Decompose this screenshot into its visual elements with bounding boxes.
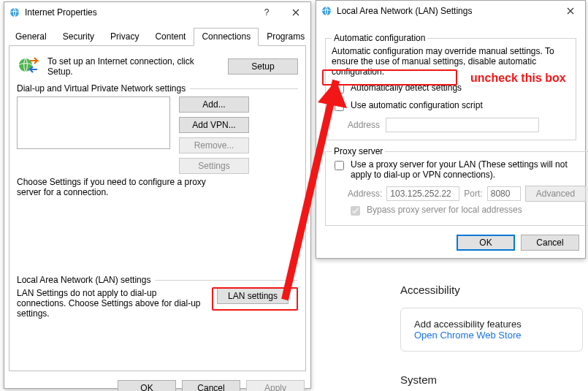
lan-title: Local Area Network (LAN) Settings xyxy=(337,6,556,16)
auto-detect-checkbox[interactable] xyxy=(335,84,344,94)
proxy-port-label: Port: xyxy=(464,189,482,199)
use-proxy-checkbox[interactable] xyxy=(335,161,344,170)
ip-apply-button: Apply xyxy=(246,380,305,391)
lan-close-button[interactable] xyxy=(556,1,585,21)
bypass-row: Bypass proxy server for local addresses xyxy=(348,205,586,218)
bg-accessibility-card[interactable]: Add accessibility features Open Chrome W… xyxy=(400,308,583,352)
ip-help-button[interactable]: ? xyxy=(252,2,281,23)
proxy-address-input xyxy=(386,186,459,201)
choose-settings-text: Choose Settings if you need to configure… xyxy=(17,177,207,197)
auto-config-group: Automatic configuration Automatic config… xyxy=(325,33,576,140)
use-proxy-row[interactable]: Use a proxy server for your LAN (These s… xyxy=(332,159,586,180)
tab-privacy[interactable]: Privacy xyxy=(102,28,147,46)
auto-config-text: Automatic configuration may override man… xyxy=(332,46,570,77)
auto-script-label: Use automatic configuration script xyxy=(351,100,483,110)
add-vpn-button[interactable]: Add VPN... xyxy=(179,117,249,133)
use-proxy-label: Use a proxy server for your LAN (These s… xyxy=(351,159,586,180)
ip-close-button[interactable] xyxy=(281,2,310,23)
bg-accessibility-heading: Accessibility xyxy=(400,284,583,296)
lan-settings-window: Local Area Network (LAN) Settings Automa… xyxy=(316,0,586,259)
connection-wizard-icon xyxy=(17,53,40,79)
dialup-listbox[interactable] xyxy=(17,96,170,149)
ip-title: Internet Properties xyxy=(25,7,252,18)
bypass-checkbox xyxy=(351,206,360,216)
connections-panel: To set up an Internet connection, click … xyxy=(9,45,306,371)
auto-detect-label: Automatically detect settings xyxy=(351,83,462,93)
ip-titlebar[interactable]: Internet Properties ? xyxy=(4,2,310,23)
proxy-port-input xyxy=(487,186,521,201)
ip-ok-button[interactable]: OK xyxy=(118,380,176,391)
proxy-legend: Proxy server xyxy=(332,146,385,156)
bg-system-heading: System xyxy=(400,373,583,386)
auto-detect-row[interactable]: Automatically detect settings xyxy=(332,83,570,96)
setup-text: To set up an Internet connection, click … xyxy=(47,56,221,77)
script-address-label: Address xyxy=(348,120,380,130)
proxy-group: Proxy server Use a proxy server for your… xyxy=(325,146,588,226)
ip-cancel-button[interactable]: Cancel xyxy=(182,380,240,391)
tab-general[interactable]: General xyxy=(7,28,55,46)
tab-security[interactable]: Security xyxy=(55,28,102,46)
dialup-group-label: Dial-up and Virtual Private Network sett… xyxy=(17,83,190,94)
bypass-label: Bypass proxy server for local addresses xyxy=(367,205,522,215)
add-button[interactable]: Add... xyxy=(179,96,249,113)
lan-titlebar[interactable]: Local Area Network (LAN) Settings xyxy=(316,1,585,21)
setup-button[interactable]: Setup xyxy=(228,58,298,75)
tab-programs[interactable]: Programs xyxy=(259,28,313,46)
bg-open-store-link[interactable]: Open Chrome Web Store xyxy=(414,330,521,341)
auto-script-row[interactable]: Use automatic configuration script xyxy=(332,100,570,113)
lan-help-text: LAN Settings do not apply to dial-up con… xyxy=(17,288,207,319)
tab-content[interactable]: Content xyxy=(147,28,194,46)
lan-cancel-button[interactable]: Cancel xyxy=(521,235,579,251)
svg-point-2 xyxy=(322,7,331,15)
proxy-advanced-button: Advanced xyxy=(525,186,586,202)
svg-point-0 xyxy=(10,8,19,17)
auto-script-checkbox[interactable] xyxy=(335,102,344,111)
script-address-input xyxy=(386,118,539,132)
dial-settings-button: Settings xyxy=(179,158,249,174)
ip-tabs: General Security Privacy Content Connect… xyxy=(4,27,310,45)
lan-ok-button[interactable]: OK xyxy=(457,235,515,251)
lan-group-label: Local Area Network (LAN) settings xyxy=(17,275,155,285)
auto-config-legend: Automatic configuration xyxy=(332,33,427,43)
lan-settings-button[interactable]: LAN settings xyxy=(217,288,289,304)
remove-button: Remove... xyxy=(179,137,249,153)
proxy-address-label: Address: xyxy=(348,189,382,199)
internet-options-icon xyxy=(9,7,20,18)
internet-properties-window: Internet Properties ? General Security P… xyxy=(4,1,311,389)
bg-add-access: Add accessibility features xyxy=(414,319,569,330)
internet-options-icon xyxy=(321,5,332,17)
tab-connections[interactable]: Connections xyxy=(194,28,259,46)
